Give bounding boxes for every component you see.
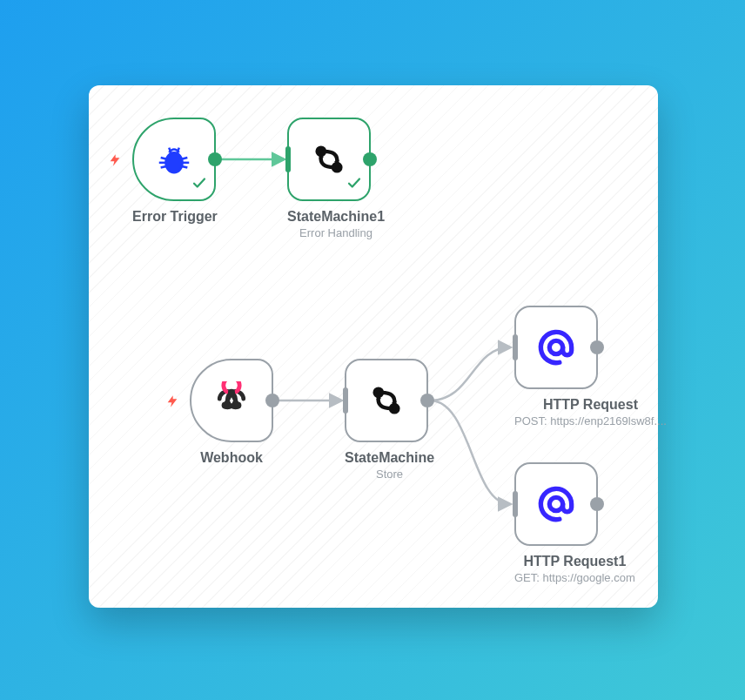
node-sublabel: GET: https://google.com bbox=[514, 571, 635, 584]
node-sublabel: Error Handling bbox=[287, 226, 385, 239]
input-port[interactable] bbox=[513, 334, 518, 360]
node-box[interactable] bbox=[190, 359, 273, 442]
output-port[interactable] bbox=[590, 340, 604, 354]
at-sign-icon bbox=[536, 327, 576, 367]
node-http-request1[interactable]: HTTP Request1 GET: https://google.com bbox=[514, 462, 635, 584]
node-label: HTTP Request bbox=[514, 397, 667, 413]
node-label: Webhook bbox=[190, 450, 273, 466]
svg-point-12 bbox=[222, 401, 229, 408]
node-webhook[interactable]: Webhook bbox=[190, 359, 273, 466]
output-port[interactable] bbox=[420, 394, 434, 407]
svg-point-13 bbox=[234, 401, 241, 408]
checkmark-icon bbox=[191, 175, 207, 194]
output-port[interactable] bbox=[265, 394, 279, 407]
input-port[interactable] bbox=[513, 491, 518, 517]
trigger-bolt-icon bbox=[165, 392, 179, 414]
svg-point-11 bbox=[228, 389, 235, 396]
node-label: StateMachine bbox=[345, 450, 434, 466]
node-label: Error Trigger bbox=[132, 209, 218, 225]
node-statemachine1[interactable]: StateMachine1 Error Handling bbox=[287, 118, 385, 239]
node-box[interactable] bbox=[132, 118, 216, 201]
webhook-icon bbox=[212, 381, 251, 420]
state-machine-icon bbox=[367, 381, 406, 420]
node-box[interactable] bbox=[514, 462, 598, 546]
trigger-bolt-icon bbox=[108, 151, 122, 173]
output-port[interactable] bbox=[363, 152, 377, 166]
input-port[interactable] bbox=[285, 146, 291, 172]
node-sublabel: POST: https://enp2169lsw8f.... bbox=[514, 414, 667, 427]
checkmark-icon bbox=[346, 175, 362, 194]
workflow-canvas[interactable]: Error Trigger StateMachine1 Error Han bbox=[89, 85, 658, 608]
svg-point-0 bbox=[165, 152, 182, 172]
node-error-trigger[interactable]: Error Trigger bbox=[132, 118, 218, 225]
node-http-request[interactable]: HTTP Request POST: https://enp2169lsw8f.… bbox=[514, 306, 667, 427]
node-statemachine[interactable]: StateMachine Store bbox=[345, 359, 434, 481]
node-box[interactable] bbox=[287, 118, 371, 201]
input-port[interactable] bbox=[343, 387, 348, 414]
output-port[interactable] bbox=[590, 497, 604, 511]
bug-icon bbox=[154, 139, 194, 179]
at-sign-icon bbox=[536, 484, 576, 524]
output-port[interactable] bbox=[208, 152, 222, 166]
node-label: HTTP Request1 bbox=[514, 554, 635, 569]
state-machine-icon bbox=[310, 140, 348, 178]
node-box[interactable] bbox=[514, 306, 598, 389]
node-label: StateMachine1 bbox=[287, 209, 385, 225]
node-sublabel: Store bbox=[345, 468, 434, 481]
node-box[interactable] bbox=[345, 359, 428, 442]
